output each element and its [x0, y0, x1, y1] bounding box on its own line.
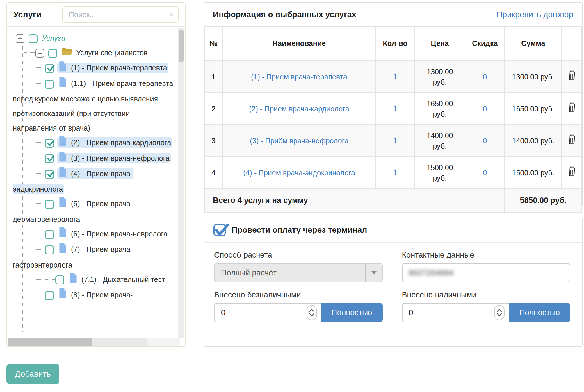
tree-item-link[interactable]: (2) - Прием врача-кардиолога: [58, 138, 171, 147]
tree-checkbox[interactable]: [45, 80, 54, 89]
tree-checkbox[interactable]: [45, 200, 54, 209]
delete-trash-icon[interactable]: [567, 102, 577, 113]
collapse-minus-icon[interactable]: [35, 49, 44, 58]
tree-item: (1) - Прием врача-терапевта: [13, 60, 173, 76]
payment-form: Способ расчета Полный расчёт Контактные …: [204, 243, 582, 322]
contact-label: Контактные данные: [402, 251, 571, 260]
delete-trash-icon[interactable]: [567, 134, 577, 145]
tree-item-link[interactable]: (7.1) - Дыхательный тест: [69, 275, 165, 284]
scrollbar-corner: [147, 338, 180, 346]
tree-indent: [13, 234, 45, 235]
quantity-link[interactable]: 1: [393, 137, 397, 145]
page: Услуги × УслугиУслуги специалистов(1) - …: [0, 0, 584, 392]
tree-indent: [13, 68, 45, 69]
horizontal-scrollbar[interactable]: [8, 338, 180, 346]
tree-checkbox[interactable]: [45, 245, 54, 254]
tree-item: (5) - Прием врача-дерматовенеролога: [13, 196, 173, 226]
tree-checkbox[interactable]: [45, 291, 54, 300]
cashless-full-button[interactable]: Полностью: [321, 303, 383, 322]
discount-link[interactable]: 0: [483, 105, 487, 113]
selected-services-card: Информация о выбранных услугах Прикрепит…: [204, 2, 583, 206]
tree-item-link[interactable]: (1) - Прием врача-терапевта: [58, 64, 167, 72]
quantity-link[interactable]: 1: [393, 169, 397, 177]
discount-link[interactable]: 0: [483, 137, 487, 145]
row-number: 4: [204, 157, 222, 189]
table-cell: 1: [376, 93, 415, 125]
cash-label: Внесено наличными: [402, 291, 571, 300]
vertical-scrollbar[interactable]: [178, 28, 184, 338]
tree-item-link[interactable]: (8) - Прием врача-: [58, 291, 133, 299]
service-name-link[interactable]: (3) - Приём врача-нефролога: [250, 137, 348, 145]
tree-item-label: (2) - Прием врача-кардиолога: [71, 138, 171, 147]
delete-trash-icon[interactable]: [567, 166, 577, 177]
contact-input[interactable]: 9027204694: [402, 263, 571, 282]
stepper-icon[interactable]: [494, 305, 505, 320]
tree-indent: [13, 295, 45, 296]
cashless-field: Внесено безналичными 0 Полностью: [214, 291, 383, 322]
search-clear-icon[interactable]: ×: [169, 10, 174, 19]
table-cell: 0: [465, 125, 505, 157]
tree-item-link[interactable]: (3) - Приём врача-нефролога: [58, 154, 170, 162]
tree-item-link[interactable]: (7) - Прием врача-гастроэнтеролога: [13, 245, 133, 269]
tree-checkbox[interactable]: [48, 49, 57, 58]
tree-item-link[interactable]: (6) - Прием врача-невролога: [58, 230, 168, 238]
tree-checkbox[interactable]: [45, 64, 54, 73]
tree-checkbox[interactable]: [55, 275, 64, 284]
tree-item: (7) - Прием врача-гастроэнтеролога: [13, 242, 173, 272]
quantity-link[interactable]: 1: [393, 105, 397, 113]
tree-indent: [13, 204, 45, 204]
cash-full-button[interactable]: Полностью: [509, 303, 570, 322]
table-total-row: Всего 4 услуги на сумму 5850.00 руб.: [204, 189, 582, 213]
service-name-link[interactable]: (4) - Прием врача-эндокринолога: [243, 169, 355, 177]
column-header: Цена: [414, 26, 465, 61]
terminal-payment-checkbox[interactable]: [213, 224, 226, 236]
tree-checkbox[interactable]: [29, 34, 38, 43]
file-icon: [58, 136, 67, 151]
tree-item-label: (7.1) - Дыхательный тест: [81, 275, 165, 284]
search-input[interactable]: [62, 6, 179, 23]
attach-contract-link[interactable]: Прикрепить договор: [496, 10, 573, 19]
tree-item-label: (8) - Прием врача-: [71, 291, 133, 299]
tree-item: (3) - Приём врача-нефролога: [13, 151, 173, 166]
tree-item-label: (7) - Прием врача-гастроэнтеролога: [13, 245, 133, 269]
total-value: 5850.00 руб.: [505, 189, 582, 213]
cash-field: Внесено наличными 0 Полностью: [402, 291, 571, 322]
quantity-link[interactable]: 1: [393, 73, 397, 81]
service-name-link[interactable]: (1) - Прием врача-терапевта: [251, 73, 347, 81]
tree-checkbox[interactable]: [45, 154, 54, 163]
add-button[interactable]: Добавить: [6, 364, 59, 384]
cash-input[interactable]: 0: [402, 303, 509, 322]
tree-indent: [13, 84, 45, 84]
sum-cell: 1500.00 руб.: [505, 157, 562, 189]
payment-method-select[interactable]: Полный расчёт: [214, 263, 383, 282]
tree-checkbox[interactable]: [45, 170, 54, 179]
tree-item: (7.1) - Дыхательный тест: [13, 272, 173, 288]
delete-trash-icon[interactable]: [567, 70, 577, 81]
tree-item-link[interactable]: (5) - Прием врача-дерматовенеролога: [13, 199, 133, 223]
row-number: 3: [204, 125, 222, 157]
tree-indent: [13, 53, 35, 54]
row-number: 2: [204, 93, 222, 125]
vertical-scrollbar-thumb[interactable]: [179, 30, 184, 62]
discount-link[interactable]: 0: [483, 73, 487, 81]
tree-item-link[interactable]: Услуги: [42, 34, 65, 42]
tree-item-link[interactable]: Услуги специалистов: [62, 49, 147, 57]
tree-checkbox[interactable]: [45, 139, 54, 148]
file-icon: [58, 243, 67, 258]
contact-value: 9027204694: [409, 268, 454, 277]
tree-item: (6) - Прием врача-невролога: [13, 227, 173, 242]
payment-method-field: Способ расчета Полный расчёт: [214, 251, 383, 282]
tree-checkbox[interactable]: [45, 230, 54, 239]
service-name-link[interactable]: (2) - Прием врача-кардиолога: [249, 105, 349, 113]
cashless-input[interactable]: 0: [214, 303, 321, 322]
tree-item-link[interactable]: (1.1) - Прием врача-терапевта перед курс…: [13, 79, 173, 132]
stepper-icon[interactable]: [307, 305, 317, 320]
horizontal-scrollbar-thumb[interactable]: [8, 338, 92, 346]
price-cell: 1400.00 руб.: [414, 125, 465, 157]
collapse-minus-icon[interactable]: [16, 34, 24, 43]
file-icon: [58, 288, 67, 303]
tree-item-link[interactable]: (4) - Прием врача-эндокринолога: [13, 170, 133, 193]
table-cell: 1: [376, 125, 415, 157]
discount-link[interactable]: 0: [483, 169, 487, 177]
contact-field: Контактные данные 9027204694: [402, 251, 571, 282]
